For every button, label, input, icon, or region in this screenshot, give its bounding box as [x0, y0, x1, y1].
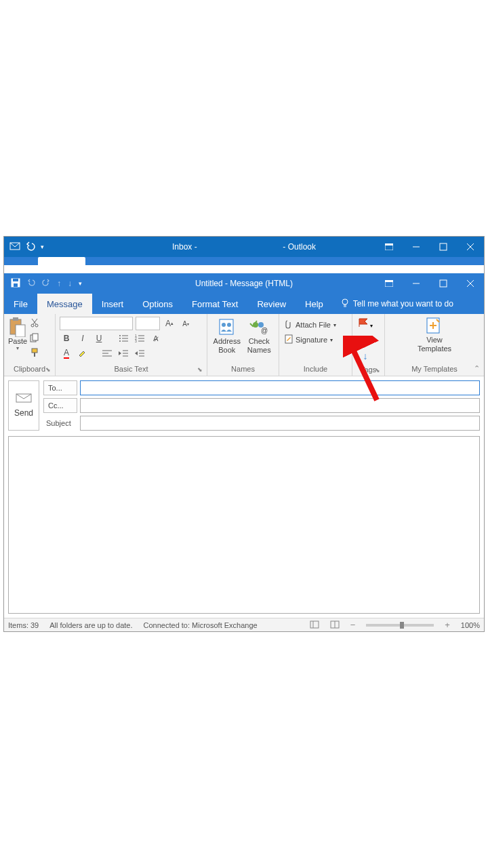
tab-help[interactable]: Help	[296, 294, 333, 314]
high-importance-icon[interactable]: !	[363, 334, 367, 347]
undo-icon[interactable]	[26, 241, 35, 253]
subject-input[interactable]	[80, 416, 480, 431]
group-clipboard: Paste ▾ Clipboard⬊	[4, 314, 56, 376]
zoom-in-icon[interactable]: +	[445, 620, 450, 630]
close-icon[interactable]	[457, 273, 484, 294]
address-book-button[interactable]: Address Book	[211, 317, 243, 355]
signature-button[interactable]: Signature ▾	[283, 333, 338, 347]
ribbon-display-icon[interactable]	[375, 237, 403, 257]
shrink-font-icon[interactable]: A▾	[179, 317, 192, 330]
italic-icon[interactable]: I	[76, 332, 89, 345]
view-reading-icon[interactable]	[330, 620, 340, 630]
group-include: Attach File ▾ Signature ▾ Include	[279, 314, 352, 376]
send-button[interactable]: Send	[8, 380, 39, 431]
increase-indent-icon[interactable]	[133, 347, 146, 360]
qat-customize-icon[interactable]: ▾	[41, 243, 44, 250]
grow-font-icon[interactable]: A▴	[163, 317, 176, 330]
svg-rect-2	[385, 243, 393, 245]
tab-message[interactable]: Message	[37, 294, 92, 314]
send-label: Send	[14, 408, 33, 418]
dialog-launcher-icon[interactable]: ⬊	[45, 366, 51, 373]
maximize-icon[interactable]	[430, 237, 457, 257]
parent-title-left: Inbox -	[172, 242, 197, 252]
follow-up-flag-icon[interactable]: ▾	[358, 318, 373, 330]
save-icon[interactable]	[11, 278, 20, 290]
font-color-icon[interactable]: A	[60, 347, 73, 360]
redo-icon[interactable]	[42, 279, 50, 289]
svg-rect-8	[13, 279, 18, 281]
bold-icon[interactable]: B	[60, 332, 73, 345]
dialog-launcher-icon[interactable]: ⬊	[375, 367, 380, 374]
svg-rect-4	[440, 243, 447, 250]
svg-rect-11	[385, 280, 393, 282]
cut-icon[interactable]	[30, 318, 39, 330]
ribbon-body: Paste ▾ Clipboard⬊ A▴ A▾	[4, 314, 484, 376]
clear-formatting-icon[interactable]: A̷	[149, 332, 163, 345]
view-templates-button[interactable]: View Templates	[411, 315, 458, 353]
low-importance-icon[interactable]: ↓	[363, 351, 368, 361]
attach-file-button[interactable]: Attach File ▾	[283, 318, 338, 332]
parent-title-right: - Outlook	[283, 242, 316, 252]
send-icon	[16, 393, 32, 403]
dialog-launcher-icon[interactable]: ⬊	[197, 366, 203, 373]
cc-button[interactable]: Cc...	[43, 398, 77, 413]
minimize-icon[interactable]	[403, 273, 430, 294]
tell-me-search[interactable]: Tell me what you want to do	[333, 294, 453, 314]
arrow-down-icon[interactable]: ↓	[68, 279, 72, 288]
child-title: Untitled - Message (HTML)	[195, 279, 293, 288]
tab-options[interactable]: Options	[133, 294, 182, 314]
tab-file[interactable]: File	[4, 294, 37, 314]
minimize-icon[interactable]	[403, 237, 430, 257]
parent-tab-stub	[38, 257, 85, 265]
address-book-label: Address Book	[211, 337, 243, 355]
chevron-down-icon: ▾	[333, 322, 336, 328]
parent-tab-strip	[4, 257, 484, 265]
highlight-icon[interactable]	[76, 347, 89, 360]
format-painter-icon[interactable]	[30, 348, 39, 360]
chevron-down-icon: ▾	[16, 345, 19, 351]
paste-icon	[9, 317, 26, 337]
svg-point-30	[119, 335, 121, 336]
align-left-icon[interactable]	[100, 347, 114, 360]
zoom-level[interactable]: 100%	[461, 621, 480, 629]
ribbon-tabs: File Message Insert Options Format Text …	[4, 294, 484, 314]
copy-icon[interactable]	[30, 333, 39, 345]
svg-rect-51	[220, 319, 233, 334]
subject-label: Subject	[43, 419, 77, 427]
svg-text:3: 3	[135, 339, 137, 342]
undo-icon[interactable]	[27, 279, 35, 289]
tab-insert[interactable]: Insert	[92, 294, 134, 314]
tags-group-label: Tags	[361, 366, 376, 374]
arrow-up-icon[interactable]: ↑	[57, 279, 61, 288]
cc-input[interactable]	[80, 398, 480, 413]
paperclip-icon	[285, 319, 293, 330]
close-icon[interactable]	[457, 237, 484, 257]
check-names-icon: @	[249, 318, 269, 336]
tab-review[interactable]: Review	[247, 294, 296, 314]
bullets-icon[interactable]	[117, 332, 130, 345]
svg-point-53	[227, 323, 231, 327]
collapse-ribbon-icon[interactable]: ⌃	[474, 364, 480, 373]
ribbon-display-icon[interactable]	[375, 273, 403, 294]
view-normal-icon[interactable]	[310, 620, 319, 630]
decrease-indent-icon[interactable]	[117, 347, 130, 360]
zoom-slider[interactable]	[366, 624, 434, 627]
font-size-select[interactable]	[136, 317, 160, 330]
svg-point-16	[342, 299, 348, 304]
underline-icon[interactable]: U	[92, 332, 106, 345]
to-button[interactable]: To...	[43, 380, 77, 395]
numbering-icon[interactable]: 123	[133, 332, 146, 345]
check-names-button[interactable]: @ Check Names	[244, 317, 275, 355]
to-input[interactable]	[80, 380, 480, 395]
mail-icon[interactable]	[9, 241, 20, 254]
message-body[interactable]	[8, 436, 480, 614]
paste-button[interactable]: Paste ▾	[7, 315, 28, 353]
maximize-icon[interactable]	[430, 273, 457, 294]
compose-area: Send To... Cc... Subject	[4, 376, 484, 618]
zoom-out-icon[interactable]: −	[350, 620, 356, 630]
basictext-group-label: Basic Text	[115, 365, 148, 373]
qat-customize-icon[interactable]: ▾	[79, 280, 82, 287]
tab-format-text[interactable]: Format Text	[182, 294, 247, 314]
font-family-select[interactable]	[60, 317, 133, 330]
chevron-down-icon: ▾	[330, 337, 333, 343]
